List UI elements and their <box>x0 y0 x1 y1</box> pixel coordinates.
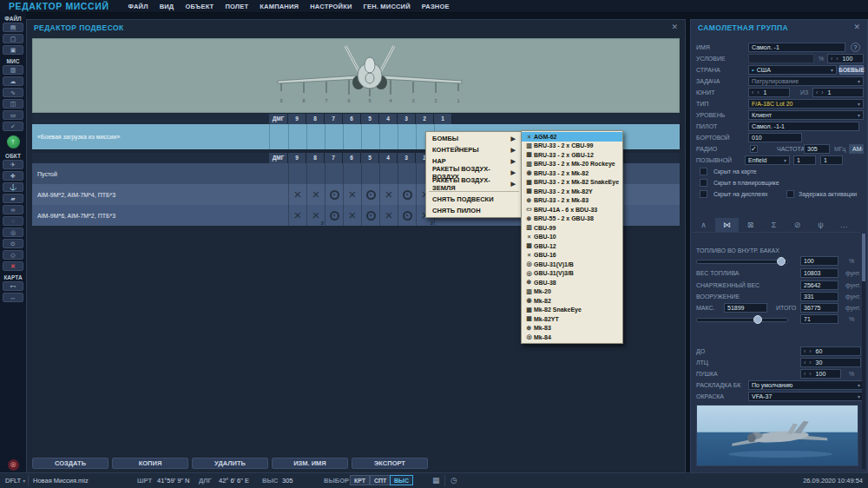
pylon-cell[interactable] <box>269 184 288 205</box>
tab-equipment[interactable]: ⊠ <box>739 218 762 232</box>
pylon-cell[interactable] <box>398 205 416 226</box>
pylon-cell[interactable] <box>288 163 306 184</box>
menu-item[interactable]: КАМПАНИЯ <box>260 3 299 10</box>
pylon-cell[interactable] <box>361 163 379 184</box>
pylon-cell[interactable] <box>343 163 361 184</box>
weapon-item[interactable]: ×GBU-16 <box>522 251 622 260</box>
weapon-item[interactable]: ◎Mk-84 <box>522 333 622 342</box>
fly-mission-button[interactable]: ↑ <box>7 135 20 148</box>
weapon-item[interactable]: ▦BRU-33 - 2 x GBU-12 <box>522 150 622 160</box>
weapon-item[interactable]: ▦Mk-82 SnakeEye <box>522 306 622 315</box>
convoy-icon[interactable]: ∞ <box>3 205 23 214</box>
weapon-item[interactable]: ⊛BRU-55 - 2 x GBU-38 <box>522 214 622 224</box>
tab-route[interactable]: ∧ <box>692 218 715 232</box>
weapon-item[interactable]: ×AGM-62 <box>522 132 622 142</box>
unit-number-stepper[interactable]: 1 <box>748 88 790 97</box>
mission-options-icon[interactable]: ◫ <box>3 99 23 109</box>
helicopter-icon[interactable]: ✚ <box>3 171 23 181</box>
board-number-input[interactable]: 010 <box>748 133 802 142</box>
weapon-item[interactable]: ◉Mk-82 <box>522 296 622 306</box>
aircraft-icon[interactable]: ✈ <box>3 160 23 169</box>
pylon-cell[interactable] <box>325 163 343 184</box>
copy-button[interactable]: КОПИЯ <box>112 458 188 469</box>
satellite-layer-button[interactable]: СПТ <box>370 475 391 485</box>
open-mission-icon[interactable]: ▢ <box>3 34 23 43</box>
pylon-cell[interactable]: × <box>306 184 325 205</box>
tab-payload[interactable]: ⋈ <box>715 218 739 232</box>
pylon-cell[interactable]: × <box>379 184 398 205</box>
vehicle-icon[interactable]: ▰ <box>3 194 23 203</box>
weapon-item[interactable]: ▦GBU-12 <box>522 241 622 251</box>
scrollbar-thumb[interactable] <box>862 234 865 281</box>
weapon-item[interactable]: ◉BRU-33 - 2 x Mk-82 <box>522 168 622 178</box>
ruler-icon[interactable]: ↔ <box>3 293 23 302</box>
total-weight-value[interactable]: 36775 <box>800 303 838 313</box>
weapons-weight-value[interactable]: 331 <box>800 292 838 301</box>
context-menu-item[interactable]: КОНТЕЙНЕРЫ▶ <box>426 144 522 155</box>
unit-count-stepper[interactable]: 1 <box>812 88 864 97</box>
save-mission-icon[interactable]: ▣ <box>3 45 23 55</box>
task-select[interactable]: Патрулирование <box>748 76 864 86</box>
menu-item[interactable]: ПОЛЕТ <box>225 3 248 10</box>
route-tool-icon[interactable]: ∿ <box>3 88 23 97</box>
briefing-icon[interactable]: ▥ <box>3 65 23 75</box>
pylon-cell[interactable] <box>325 124 343 149</box>
late-activation-checkbox[interactable] <box>786 190 794 198</box>
pylon-cell[interactable] <box>398 163 416 184</box>
pylon-cell[interactable] <box>398 184 416 205</box>
weapon-item[interactable]: ▦Mk-82YT <box>522 314 622 324</box>
max-weight-value[interactable]: 51899 <box>724 303 767 313</box>
pylon-cell[interactable]: × <box>288 184 306 205</box>
pylon-cell[interactable] <box>343 124 361 149</box>
group-template-icon[interactable]: ◇ <box>3 250 23 260</box>
menu-item[interactable]: РАЗНОЕ <box>422 3 450 10</box>
tab-summary[interactable]: Σ <box>762 218 786 232</box>
rename-button[interactable]: ИЗМ. ИМЯ <box>272 458 348 469</box>
callsign-number-input[interactable]: 1 <box>820 155 843 165</box>
display-settings-icon[interactable]: ▦ <box>432 476 440 485</box>
load-percent-input[interactable]: 71 <box>800 314 838 324</box>
profile-select[interactable]: DFLT ▾ <box>5 477 25 485</box>
template-icon[interactable]: ◎ <box>3 228 23 237</box>
pylon-cell[interactable] <box>269 163 288 184</box>
pylon-cell[interactable]: × <box>343 205 361 226</box>
create-button[interactable]: СОЗДАТЬ <box>32 458 108 469</box>
weapon-item[interactable]: ◎GBU-31(V)3/B <box>522 269 622 279</box>
context-menu-item[interactable]: СНЯТЬ ПИЛОН <box>426 205 522 216</box>
pylon-cell[interactable]: × <box>288 205 306 226</box>
pylon-cell[interactable] <box>269 205 288 226</box>
callsign-flight-input[interactable]: 1 <box>793 155 816 165</box>
pylon-cell[interactable] <box>361 184 379 205</box>
altitude-layer-button[interactable]: ВЫС <box>390 475 413 485</box>
map-layer-button[interactable]: КРТ <box>350 475 370 485</box>
weapon-item[interactable]: ⊕BRU-33 - 2 x Mk-83 <box>522 196 622 206</box>
measure-distance-icon[interactable]: ⊷ <box>3 281 23 291</box>
coalition-button[interactable]: БОЕВЫЕ <box>839 65 864 75</box>
pylon-cell[interactable] <box>306 124 325 149</box>
flare-stepper[interactable]: 30 <box>800 358 861 367</box>
pylon-cell[interactable] <box>288 124 306 149</box>
static-object-icon[interactable]: ◌ <box>3 216 23 226</box>
export-button[interactable]: ЭКСПОРТ <box>352 458 428 469</box>
livery-select[interactable]: VFA-37 <box>748 392 864 401</box>
menu-item[interactable]: ВИД <box>160 3 174 10</box>
fuel-percent-input[interactable]: 100 <box>800 256 838 266</box>
help-button[interactable]: ? <box>851 43 860 52</box>
empty-weight-value[interactable]: 25642 <box>800 280 838 290</box>
probability-stepper[interactable]: 100 <box>827 54 864 63</box>
weather-icon[interactable]: ☁ <box>3 76 23 86</box>
weapon-item[interactable]: ×GBU-10 <box>522 233 622 242</box>
mission-check-icon[interactable]: ✓ <box>3 122 23 131</box>
hidden-in-planner-checkbox[interactable] <box>700 179 707 187</box>
weapon-item[interactable]: ▥Mk-20 <box>522 287 622 297</box>
weapon-item[interactable]: ▭BRU-41A - 6 x BDU-33 <box>522 205 622 214</box>
aircraft-type-select[interactable]: F/A-18C Lot 20 <box>748 99 864 109</box>
ship-icon[interactable]: ⚓ <box>3 182 23 192</box>
delete-button[interactable]: УДАЛИТЬ <box>192 458 268 469</box>
country-select[interactable]: США <box>748 65 837 75</box>
gun-stepper[interactable]: 100 <box>800 369 841 379</box>
panel-scrollbar[interactable] <box>862 234 865 469</box>
weapon-item[interactable]: ◎GBU-31(V)1/B <box>522 260 622 269</box>
pylon-cell[interactable]: × <box>379 205 398 226</box>
close-icon[interactable]: ✕ <box>671 23 678 31</box>
